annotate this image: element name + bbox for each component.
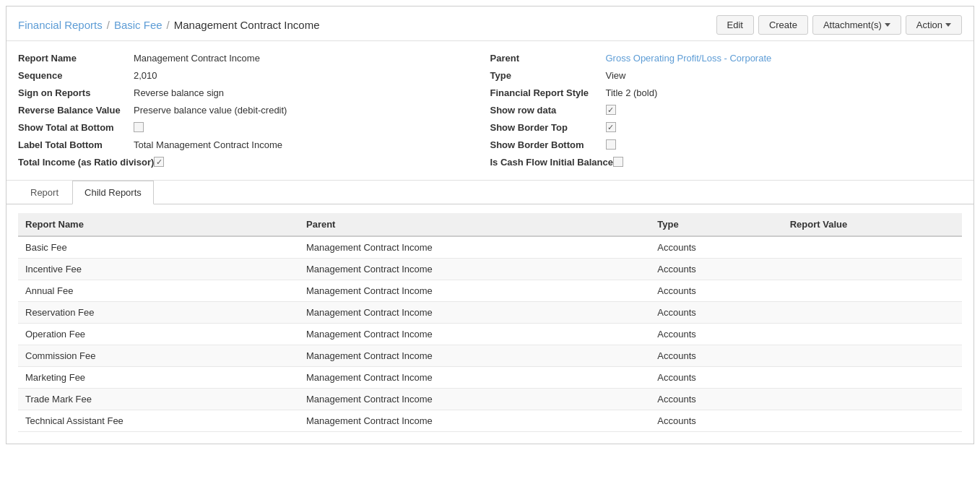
table-row[interactable]: Basic FeeManagement Contract IncomeAccou…	[18, 236, 962, 259]
show-border-bottom-label: Show Border Bottom	[490, 139, 606, 150]
sequence-value: 2,010	[134, 70, 157, 81]
table-cell-type: Accounts	[650, 280, 782, 302]
reverse-balance-label: Reverse Balance Value	[18, 105, 134, 116]
child-reports-table: Report Name Parent Type Report Value Bas…	[18, 213, 962, 432]
table-cell-report-name: Commission Fee	[18, 345, 299, 367]
tabs-bar: Report Child Reports	[6, 181, 974, 204]
table-cell-type: Accounts	[650, 324, 782, 345]
table-header-row: Report Name Parent Type Report Value	[18, 213, 962, 236]
col-parent: Parent	[299, 213, 650, 236]
detail-grid: Report Name Management Contract Income S…	[18, 50, 962, 171]
table-cell-report-value	[783, 236, 962, 259]
parent-label: Parent	[490, 53, 606, 64]
show-total-bottom-row: Show Total at Bottom	[18, 119, 476, 137]
cash-flow-row: Is Cash Flow Initial Balance	[490, 154, 948, 171]
show-border-bottom-row: Show Border Bottom	[490, 137, 948, 154]
table-cell-parent: Management Contract Income	[299, 302, 650, 324]
table-cell-type: Accounts	[650, 236, 782, 259]
attachments-button[interactable]: Attachment(s)	[812, 15, 901, 35]
table-cell-report-value	[783, 324, 962, 345]
action-label: Action	[916, 20, 942, 30]
tab-report[interactable]: Report	[18, 181, 71, 204]
table-cell-report-value	[783, 389, 962, 410]
table-cell-type: Accounts	[650, 367, 782, 389]
type-label: Type	[490, 70, 606, 81]
table-row[interactable]: Reservation FeeManagement Contract Incom…	[18, 302, 962, 324]
label-total-bottom-row: Label Total Bottom Total Management Cont…	[18, 137, 476, 154]
label-total-bottom-value: Total Management Contract Income	[134, 139, 282, 150]
table-cell-report-value	[783, 367, 962, 389]
table-cell-parent: Management Contract Income	[299, 280, 650, 302]
label-total-bottom-label: Label Total Bottom	[18, 139, 134, 150]
breadcrumb-sep-1: /	[107, 19, 110, 31]
table-cell-report-name: Basic Fee	[18, 236, 299, 259]
report-name-row: Report Name Management Contract Income	[18, 50, 476, 67]
table-cell-type: Accounts	[650, 302, 782, 324]
table-row[interactable]: Trade Mark FeeManagement Contract Income…	[18, 389, 962, 410]
detail-left-col: Report Name Management Contract Income S…	[18, 50, 490, 171]
show-row-data-label: Show row data	[490, 105, 606, 116]
table-cell-report-name: Reservation Fee	[18, 302, 299, 324]
reverse-balance-value: Preserve balance value (debit-credit)	[134, 105, 287, 116]
report-name-label: Report Name	[18, 53, 134, 64]
attachments-label: Attachment(s)	[823, 20, 882, 30]
financial-report-style-row: Financial Report Style Title 2 (bold)	[490, 85, 948, 102]
parent-link[interactable]: Gross Operating Profit/Loss - Corporate	[606, 53, 772, 64]
parent-value: Gross Operating Profit/Loss - Corporate	[606, 53, 772, 64]
sign-on-reports-label: Sign on Reports	[18, 87, 134, 98]
show-row-data-checkbox	[606, 105, 616, 115]
edit-button[interactable]: Edit	[716, 15, 754, 35]
type-value: View	[606, 70, 626, 81]
table-cell-type: Accounts	[650, 410, 782, 432]
table-cell-report-name: Incentive Fee	[18, 259, 299, 280]
report-name-value: Management Contract Income	[134, 53, 260, 64]
table-cell-parent: Management Contract Income	[299, 389, 650, 410]
total-income-checkbox	[154, 157, 164, 167]
table-row[interactable]: Incentive FeeManagement Contract IncomeA…	[18, 259, 962, 280]
table-cell-report-value	[783, 410, 962, 432]
table-cell-parent: Management Contract Income	[299, 236, 650, 259]
breadcrumb: Financial Reports / Basic Fee / Manageme…	[18, 19, 320, 31]
table-row[interactable]: Marketing FeeManagement Contract IncomeA…	[18, 367, 962, 389]
detail-right-col: Parent Gross Operating Profit/Loss - Cor…	[490, 50, 963, 171]
action-button[interactable]: Action	[906, 15, 962, 35]
table-cell-report-name: Marketing Fee	[18, 367, 299, 389]
action-arrow-icon	[945, 23, 951, 27]
table-row[interactable]: Annual FeeManagement Contract IncomeAcco…	[18, 280, 962, 302]
attachments-arrow-icon	[885, 23, 890, 27]
table-row[interactable]: Operation FeeManagement Contract IncomeA…	[18, 324, 962, 345]
breadcrumb-basic-fee[interactable]: Basic Fee	[114, 19, 162, 31]
sign-on-reports-row: Sign on Reports Reverse balance sign	[18, 85, 476, 102]
breadcrumb-current: Management Contract Income	[174, 19, 320, 31]
table-row[interactable]: Technical Assistant FeeManagement Contra…	[18, 410, 962, 432]
table-row[interactable]: Commission FeeManagement Contract Income…	[18, 345, 962, 367]
sequence-label: Sequence	[18, 70, 134, 81]
col-report-name: Report Name	[18, 213, 299, 236]
parent-row: Parent Gross Operating Profit/Loss - Cor…	[490, 50, 948, 67]
create-button[interactable]: Create	[758, 15, 808, 35]
show-total-bottom-label: Show Total at Bottom	[18, 122, 134, 133]
table-cell-type: Accounts	[650, 345, 782, 367]
table-cell-type: Accounts	[650, 259, 782, 280]
financial-report-style-label: Financial Report Style	[490, 87, 606, 98]
table-cell-report-value	[783, 302, 962, 324]
show-border-top-checkbox	[606, 122, 616, 132]
cash-flow-checkbox	[613, 157, 623, 167]
type-row: Type View	[490, 67, 948, 85]
table-cell-parent: Management Contract Income	[299, 410, 650, 432]
breadcrumb-bar: Financial Reports / Basic Fee / Manageme…	[6, 7, 974, 41]
detail-section: Report Name Management Contract Income S…	[6, 41, 974, 181]
table-cell-report-name: Operation Fee	[18, 324, 299, 345]
breadcrumb-financial-reports[interactable]: Financial Reports	[18, 19, 103, 31]
sequence-row: Sequence 2,010	[18, 67, 476, 85]
table-cell-report-name: Annual Fee	[18, 280, 299, 302]
toolbar: Edit Create Attachment(s) Action	[716, 15, 963, 35]
table-cell-parent: Management Contract Income	[299, 345, 650, 367]
financial-report-style-value: Title 2 (bold)	[606, 87, 658, 98]
reverse-balance-row: Reverse Balance Value Preserve balance v…	[18, 102, 476, 119]
show-border-top-label: Show Border Top	[490, 122, 606, 133]
tab-child-reports[interactable]: Child Reports	[72, 181, 154, 204]
table-cell-report-value	[783, 280, 962, 302]
table-cell-type: Accounts	[650, 389, 782, 410]
col-report-value: Report Value	[783, 213, 962, 236]
